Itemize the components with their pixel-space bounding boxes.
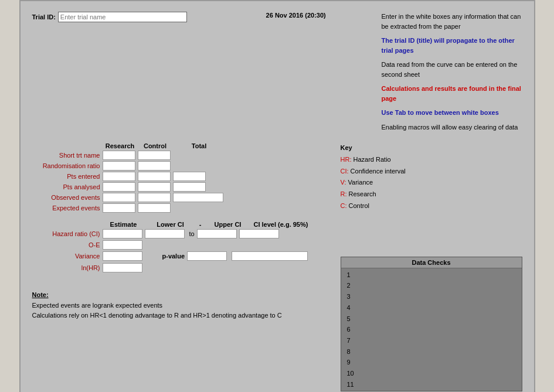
hr-col-dash: -	[196, 221, 205, 228]
table-row: Expected events	[32, 203, 329, 213]
obs-events-control[interactable]	[138, 193, 171, 202]
pts-entered-research[interactable]	[103, 172, 135, 181]
list-item: 6	[347, 324, 516, 335]
data-checks-body: 1 2 3 4 5 6 7 8 9 10 11	[341, 268, 522, 391]
pvalue-input[interactable]	[187, 251, 227, 261]
row-label-pts-analysed: Pts analysed	[32, 183, 103, 190]
data-checks-header: Data Checks	[341, 257, 522, 268]
variance-row-label: Variance	[32, 253, 103, 260]
variance-row: Variance	[32, 251, 145, 261]
col-header-total: Total	[173, 142, 226, 149]
info-line2: The trial ID (title) will propagate to t…	[382, 36, 522, 55]
hr-ci-level-input[interactable]	[239, 229, 279, 238]
pts-analysed-research[interactable]	[103, 182, 135, 192]
pts-entered-total[interactable]	[173, 172, 206, 181]
rand-ratio-research[interactable]	[103, 161, 135, 171]
variance-input[interactable]	[103, 251, 142, 261]
oe-input[interactable]	[103, 240, 142, 250]
row-label-exp-events: Expected events	[32, 204, 103, 212]
key-r: R: Research	[341, 189, 406, 200]
info-line6: Enabling macros will allow easy clearing…	[382, 122, 522, 132]
list-item: 1	[347, 270, 516, 281]
key-ci: CI: Confidence interval	[341, 166, 406, 178]
list-item: 10	[347, 368, 516, 379]
note-line2: Calculations rely on HR<1 denoting advan…	[32, 311, 329, 321]
hr-upper-ci-input[interactable]	[197, 229, 237, 238]
lnhr-row: ln(HR)	[32, 263, 329, 272]
table-row: Observed events	[32, 193, 329, 202]
info-line1: Enter in the white boxes any information…	[382, 12, 522, 31]
table-row: Randomisation ratio	[32, 161, 329, 171]
short-trt-control[interactable]	[138, 151, 171, 160]
col-header-research: Research	[103, 142, 138, 149]
info-line4: Calculations and results are found in th…	[382, 84, 522, 103]
info-line5: Use Tab to move between white boxes	[382, 108, 522, 118]
table-row: Pts analysed	[32, 182, 329, 192]
row-label-short-trt: Short trt name	[32, 152, 103, 159]
pts-analysed-control[interactable]	[138, 182, 171, 192]
list-item: 3	[347, 291, 516, 302]
key-section: Key HR: Hazard Ratio CI: Confidence inte…	[341, 142, 406, 212]
hr-lower-ci-input[interactable]	[145, 229, 185, 238]
exp-events-research[interactable]	[103, 203, 135, 213]
info-line3: Data read from the curve can be entered …	[382, 60, 522, 79]
hr-row-label: Hazard ratio (CI)	[32, 230, 103, 237]
rand-ratio-control[interactable]	[138, 161, 171, 171]
trial-id-input[interactable]	[58, 12, 187, 22]
hr-col-ci-level: CI level (e.g. 95%)	[254, 221, 308, 228]
list-item: 8	[347, 346, 516, 357]
hazard-ratio-row: Hazard ratio (CI) to	[32, 229, 329, 238]
list-item: 4	[347, 302, 516, 313]
list-item: 7	[347, 335, 516, 346]
key-v: V: Variance	[341, 177, 406, 189]
pts-entered-control[interactable]	[138, 172, 171, 181]
hr-estimate-input[interactable]	[103, 229, 142, 238]
datetime-display: 26 Nov 2016 (20:30)	[210, 12, 382, 19]
exp-events-control[interactable]	[138, 203, 171, 213]
data-checks-panel: Data Checks 1 2 3 4 5 6 7 8 9 10 11	[341, 257, 522, 392]
list-item: 11	[347, 379, 516, 390]
oe-row: O-E	[32, 240, 329, 250]
col-header-control: Control	[138, 142, 173, 149]
list-item: 9	[347, 357, 516, 368]
key-title: Key	[341, 142, 406, 154]
lnhr-label: ln(HR)	[32, 264, 103, 271]
key-c: C: Control	[341, 200, 406, 212]
row-label-rand-ratio: Randomisation ratio	[32, 162, 103, 169]
hr-col-lower-ci: Lower CI	[147, 221, 194, 228]
row-label-obs-events: Observed events	[32, 194, 103, 201]
list-item: 5	[347, 313, 516, 325]
pts-analysed-total[interactable]	[173, 182, 206, 192]
note-title: Note:	[32, 290, 329, 301]
obs-events-research[interactable]	[103, 193, 135, 202]
hr-col-upper-ci: Upper CI	[207, 221, 249, 228]
short-trt-research[interactable]	[103, 151, 135, 160]
list-item: 2	[347, 280, 516, 291]
pvalue-label: p-value	[162, 253, 185, 260]
to-label: to	[189, 230, 195, 237]
trial-id-label: Trial ID:	[32, 13, 56, 21]
note-line1: Expected events are logrank expected eve…	[32, 301, 329, 311]
obs-events-total[interactable]	[173, 193, 223, 202]
table-row: Pts entered	[32, 172, 329, 181]
hr-col-estimate: Estimate	[103, 221, 145, 228]
row-label-pts-entered: Pts entered	[32, 173, 103, 180]
oe-row-label: O-E	[32, 241, 103, 248]
lnhr-input[interactable]	[103, 263, 142, 272]
table-row: Short trt name	[32, 151, 329, 160]
advantage-input[interactable]	[232, 251, 308, 261]
note-section: Note: Expected events are logrank expect…	[32, 290, 329, 321]
key-hr: HR: Hazard Ratio	[341, 154, 406, 166]
